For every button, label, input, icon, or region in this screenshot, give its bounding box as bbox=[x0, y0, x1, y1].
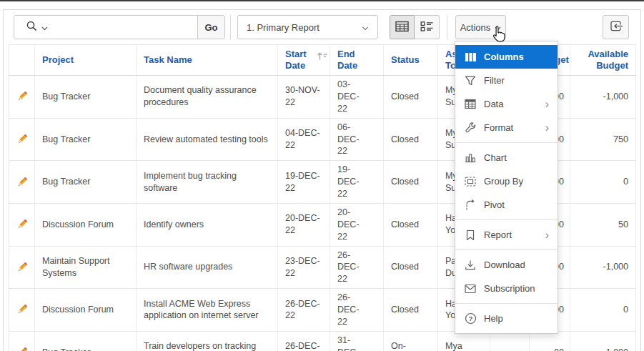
cell-available: 1,000 bbox=[570, 331, 636, 351]
reset-report-button[interactable] bbox=[603, 15, 629, 39]
edit-pencil-icon[interactable] bbox=[16, 218, 29, 231]
edit-row-cell bbox=[9, 76, 35, 119]
saved-report-select-value: 1. Primary Report bbox=[247, 22, 319, 33]
cell-assigned: Mya Sutherland bbox=[438, 331, 490, 351]
cell-start: 26-DEC-22 bbox=[278, 331, 330, 351]
edit-pencil-icon[interactable] bbox=[16, 346, 29, 351]
menu-item-label: Report bbox=[484, 229, 512, 240]
cell-status: Closed bbox=[384, 289, 438, 332]
edit-row-cell bbox=[9, 289, 35, 332]
grid-view-button[interactable] bbox=[390, 15, 415, 39]
columns-icon bbox=[464, 51, 477, 64]
column-header-edit bbox=[9, 45, 35, 76]
cell-start: 26-DEC-22 bbox=[278, 289, 330, 332]
table-row: Bug TrackerTrain developers on tracking … bbox=[9, 331, 636, 351]
report-icon bbox=[464, 229, 477, 242]
saved-report-select[interactable]: 1. Primary Report bbox=[237, 15, 378, 39]
cell-status: Closed bbox=[384, 76, 438, 119]
edit-row-cell bbox=[9, 118, 35, 161]
cell-task: HR software upgrades bbox=[137, 246, 278, 289]
search-bar: Go bbox=[14, 15, 225, 39]
data-icon bbox=[464, 98, 477, 111]
cell-cost bbox=[490, 331, 530, 351]
edit-pencil-icon[interactable] bbox=[16, 90, 29, 103]
submenu-chevron-icon: › bbox=[545, 99, 549, 110]
cell-task: Install ACME Web Express application on … bbox=[137, 289, 278, 332]
menu-item-download[interactable]: Download bbox=[455, 253, 558, 277]
single-row-view-icon bbox=[420, 21, 434, 34]
grid-view-icon bbox=[395, 21, 409, 34]
column-header-project[interactable]: Project bbox=[35, 45, 137, 76]
menu-item-data[interactable]: Data› bbox=[455, 92, 558, 116]
cell-project: Discussion Forum bbox=[35, 203, 137, 246]
submenu-chevron-icon: › bbox=[545, 122, 549, 134]
edit-pencil-icon[interactable] bbox=[16, 176, 29, 189]
submenu-chevron-icon: › bbox=[545, 229, 549, 241]
column-header-status[interactable]: Status bbox=[384, 45, 438, 76]
column-header-task[interactable]: Task Name bbox=[137, 45, 278, 76]
menu-item-help[interactable]: ?Help bbox=[455, 307, 558, 330]
cell-status: Closed bbox=[384, 203, 438, 246]
cell-project: Maintain Support Systems bbox=[35, 246, 137, 289]
menu-item-label: Data bbox=[484, 99, 503, 109]
menu-item-chart[interactable]: Chart bbox=[455, 146, 558, 169]
toolbar-separator bbox=[230, 15, 231, 39]
menu-item-label: Group By bbox=[484, 176, 523, 187]
cell-end: 31-DEC-22 bbox=[330, 331, 384, 351]
edit-row-cell bbox=[9, 161, 35, 204]
toolbar-separator bbox=[447, 15, 447, 39]
cell-available: 750 bbox=[570, 118, 636, 161]
cell-end: 20-DEC-22 bbox=[330, 203, 384, 246]
cell-status: On-Hold bbox=[384, 331, 438, 351]
menu-divider bbox=[455, 219, 558, 220]
cell-task: Identify owners bbox=[137, 203, 278, 246]
cell-end: 26-DEC-22 bbox=[330, 289, 384, 332]
cell-status: Closed bbox=[384, 118, 438, 161]
chevron-down-icon bbox=[362, 22, 369, 33]
single-row-view-button[interactable] bbox=[415, 15, 440, 39]
search-input[interactable] bbox=[59, 16, 197, 39]
column-header-label: Project bbox=[42, 54, 74, 65]
cell-project: Discussion Forum bbox=[35, 289, 137, 332]
menu-item-label: Format bbox=[484, 122, 513, 133]
menu-item-pivot[interactable]: Pivot bbox=[455, 193, 558, 217]
cell-status: Closed bbox=[384, 161, 438, 204]
cell-available: 0 bbox=[570, 289, 636, 332]
edit-pencil-icon[interactable] bbox=[16, 133, 29, 146]
pivot-icon bbox=[464, 199, 477, 212]
edit-row-cell bbox=[9, 331, 35, 351]
column-header-label: Start Date bbox=[285, 49, 307, 71]
menu-item-label: Chart bbox=[484, 152, 507, 163]
menu-item-label: Filter bbox=[484, 75, 505, 86]
top-border-line bbox=[0, 0, 644, 1]
column-header-label: End Date bbox=[337, 49, 357, 71]
menu-divider bbox=[455, 249, 558, 250]
column-header-start[interactable]: Start Date bbox=[278, 45, 330, 76]
cell-task: Train developers on tracking bugs bbox=[137, 331, 278, 351]
edit-pencil-icon[interactable] bbox=[16, 303, 29, 316]
menu-item-group-by[interactable]: Group By bbox=[455, 169, 558, 193]
cell-project: Bug Tracker bbox=[35, 76, 137, 119]
menu-item-filter[interactable]: Filter bbox=[455, 69, 558, 92]
column-header-available[interactable]: Available Budget bbox=[570, 45, 636, 76]
cell-start: 20-DEC-22 bbox=[278, 203, 330, 246]
cell-end: 03-DEC-22 bbox=[330, 76, 384, 119]
menu-item-format[interactable]: Format› bbox=[455, 116, 558, 139]
cell-project: Bug Tracker bbox=[35, 331, 137, 351]
menu-item-subscription[interactable]: Subscription bbox=[455, 277, 558, 300]
cell-status: Closed bbox=[384, 246, 438, 289]
cell-task: Document quality assurance procedures bbox=[137, 76, 278, 119]
cell-start: 23-DEC-22 bbox=[278, 246, 330, 289]
actions-button[interactable]: Actions bbox=[455, 15, 506, 39]
edit-row-cell bbox=[9, 203, 35, 246]
column-header-label: Status bbox=[391, 54, 420, 65]
column-header-end[interactable]: End Date bbox=[330, 45, 384, 76]
edit-pencil-icon[interactable] bbox=[16, 261, 29, 274]
menu-item-label: Pivot bbox=[484, 199, 505, 210]
menu-item-columns[interactable]: Columns bbox=[455, 45, 558, 69]
menu-item-report[interactable]: Report› bbox=[455, 223, 558, 247]
chevron-down-icon bbox=[495, 22, 501, 33]
search-dropdown-button[interactable] bbox=[14, 16, 59, 39]
menu-item-label: Download bbox=[484, 259, 525, 270]
go-button[interactable]: Go bbox=[197, 16, 224, 39]
